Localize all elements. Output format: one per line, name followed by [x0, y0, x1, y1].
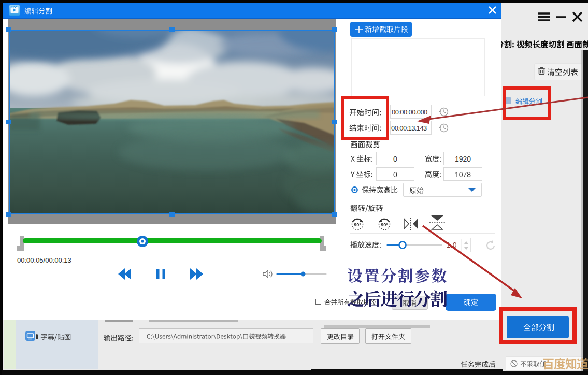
svg-text:90°: 90° — [354, 222, 361, 227]
svg-text:90°: 90° — [381, 222, 388, 227]
